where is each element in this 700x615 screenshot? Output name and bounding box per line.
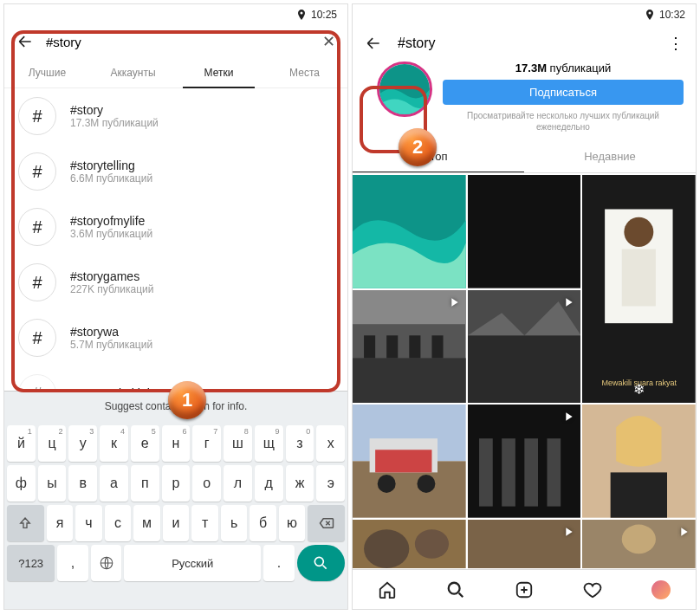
nav-add[interactable] <box>489 570 558 609</box>
post-thumbnail[interactable] <box>468 290 581 404</box>
nav-search[interactable] <box>421 570 489 609</box>
key-letter[interactable]: й1 <box>7 425 36 462</box>
result-tag: #storytelling <box>70 159 152 172</box>
svg-point-34 <box>415 529 449 559</box>
key-letter[interactable]: ч <box>75 505 102 541</box>
key-letter[interactable]: ж <box>286 465 314 502</box>
post-thumbnail[interactable] <box>468 175 581 288</box>
nav-profile[interactable] <box>627 570 696 609</box>
post-thumbnail[interactable]: Mewakili suara rakyat ❄ <box>582 175 696 403</box>
tab-best[interactable]: Лучшие <box>4 58 90 87</box>
key-letter[interactable]: и <box>163 505 190 541</box>
key-letter[interactable]: ы <box>38 465 67 502</box>
key-letter[interactable]: д <box>255 465 283 502</box>
key-letter[interactable]: х <box>316 425 345 462</box>
tab-places[interactable]: Места <box>262 58 347 87</box>
result-item[interactable]: # #storygames227K публикаций <box>4 255 347 310</box>
key-letter[interactable]: ф <box>7 465 36 502</box>
post-thumbnail[interactable] <box>468 405 581 518</box>
post-thumbnail[interactable] <box>353 520 466 568</box>
clear-icon[interactable]: ✕ <box>322 32 335 51</box>
post-thumbnail[interactable] <box>468 520 581 568</box>
story-ring[interactable] <box>377 62 432 117</box>
key-letter[interactable]: м <box>133 505 160 541</box>
result-tag: #story <box>70 103 159 117</box>
annotation-badge-2: 2 <box>399 128 437 166</box>
post-thumbnail[interactable] <box>353 175 466 288</box>
period-key[interactable]: . <box>263 545 295 581</box>
nav-home[interactable] <box>353 570 421 609</box>
key-letter[interactable]: р <box>162 465 191 502</box>
key-letter[interactable]: а <box>100 465 128 502</box>
key-letter[interactable]: у3 <box>68 425 97 462</box>
status-time: 10:32 <box>659 9 685 21</box>
svg-point-38 <box>449 582 460 593</box>
post-thumbnail[interactable] <box>582 405 696 518</box>
search-key[interactable] <box>297 545 345 581</box>
space-key[interactable]: Русский <box>124 545 261 581</box>
svg-point-21 <box>378 475 396 493</box>
key-letter[interactable]: э <box>316 465 345 502</box>
key-letter[interactable]: г7 <box>192 425 221 462</box>
svg-point-33 <box>364 529 409 568</box>
globe-key[interactable] <box>91 545 122 581</box>
key-letter[interactable]: з0 <box>286 425 314 462</box>
back-icon[interactable] <box>16 33 34 50</box>
result-item[interactable]: # #story17.3M публикаций <box>4 88 347 144</box>
hash-icon: # <box>18 208 56 246</box>
result-item[interactable]: # #storytelling6.6M публикаций <box>4 144 347 199</box>
key-letter[interactable]: е5 <box>131 425 159 462</box>
tab-recent[interactable]: Недавние <box>524 141 696 172</box>
hash-icon: # <box>18 263 56 301</box>
comma-key[interactable]: , <box>57 545 88 581</box>
tab-tags[interactable]: Метки <box>176 58 262 87</box>
hashtag-screen: 10:32 #story ⋮ 17.3M публикаций Подписат… <box>352 3 697 610</box>
subscribe-button[interactable]: Подписаться <box>443 80 684 105</box>
key-letter[interactable]: ш8 <box>224 425 252 462</box>
post-thumbnail[interactable] <box>353 405 466 518</box>
video-icon <box>677 525 690 539</box>
svg-rect-13 <box>386 335 398 358</box>
key-letter[interactable]: б <box>250 505 276 541</box>
key-letter[interactable]: п <box>131 465 159 502</box>
hash-icon: # <box>18 319 56 357</box>
key-letter[interactable]: ь <box>221 505 248 541</box>
video-icon <box>561 410 575 424</box>
key-letter[interactable]: н6 <box>162 425 191 462</box>
post-thumbnail[interactable] <box>582 520 696 568</box>
svg-point-22 <box>417 475 435 493</box>
result-item[interactable]: # #storywa5.7M публикаций <box>4 310 347 366</box>
key-letter[interactable]: я <box>47 505 74 541</box>
hashtag-info: 17.3M публикаций Подписаться Просматрива… <box>353 62 696 133</box>
tab-top[interactable]: Топ <box>353 141 524 172</box>
post-grid-2 <box>353 405 696 518</box>
key-letter[interactable]: к4 <box>100 425 128 462</box>
key-letter[interactable]: ц2 <box>38 425 67 462</box>
svg-point-7 <box>625 217 654 247</box>
result-count: 227K публикаций <box>70 283 154 295</box>
svg-rect-31 <box>611 473 667 518</box>
key-letter[interactable]: т <box>191 505 218 541</box>
numeric-key[interactable]: ?123 <box>7 545 55 581</box>
key-letter[interactable]: л <box>224 465 252 502</box>
svg-rect-23 <box>375 450 431 473</box>
shift-key[interactable] <box>7 505 44 541</box>
key-letter[interactable]: о <box>192 465 221 502</box>
post-thumbnail[interactable] <box>353 290 466 404</box>
more-icon[interactable]: ⋮ <box>668 34 684 53</box>
key-letter[interactable]: ю <box>279 505 306 541</box>
key-letter[interactable]: щ9 <box>255 425 283 462</box>
tab-accounts[interactable]: Аккаунты <box>90 58 176 87</box>
search-tabs: Лучшие Аккаунты Метки Места <box>4 58 347 88</box>
status-bar: 10:32 <box>353 4 696 25</box>
back-icon[interactable] <box>365 35 382 52</box>
search-input[interactable] <box>46 35 310 49</box>
backspace-key[interactable] <box>308 505 345 541</box>
key-letter[interactable]: с <box>105 505 132 541</box>
result-count: 5.7M публикаций <box>70 339 152 351</box>
result-item[interactable]: # #storyofmylife3.6M публикаций <box>4 199 347 255</box>
key-letter[interactable]: в <box>68 465 97 502</box>
location-icon <box>645 10 654 20</box>
page-title: #story <box>398 36 436 51</box>
nav-activity[interactable] <box>559 570 627 609</box>
